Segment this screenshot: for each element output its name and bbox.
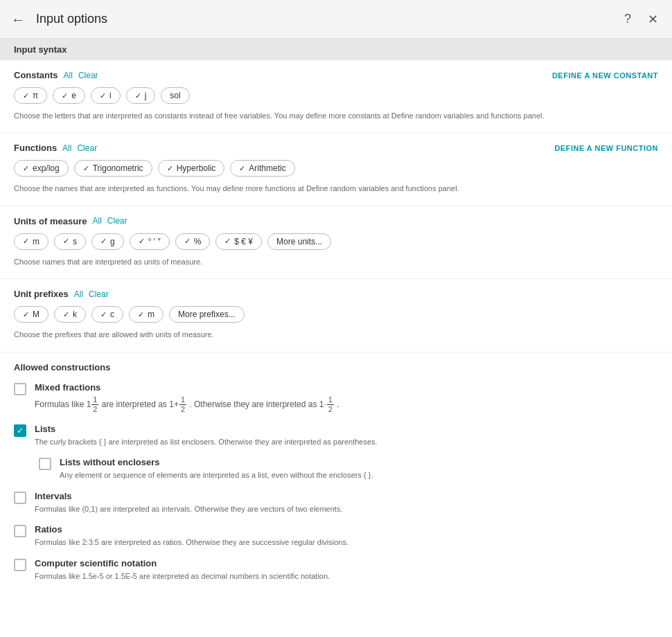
allowed-constructions-title: Allowed constructions (14, 362, 658, 373)
dialog: ← Input options ? ✕ Input syntax Constan… (0, 0, 672, 637)
scrollable-content[interactable]: Input syntax Constants All Clear DEFINE … (0, 39, 672, 637)
computer-scientific-notation-content: Computer scientific notation Formulas li… (35, 558, 330, 582)
chip-more-prefixes[interactable]: More prefixes... (169, 306, 245, 323)
functions-title: Functions (14, 143, 57, 153)
constants-description: Choose the letters that are interpreted … (14, 111, 658, 121)
units-chips: ✓m ✓s ✓g ✓° ′ ″ ✓% ✓$ € ¥ More units... (14, 233, 658, 250)
chip-milli[interactable]: ✓m (129, 306, 163, 323)
lists-content: Lists The curly brackets { } are interpr… (35, 424, 378, 447)
chip-mega[interactable]: ✓M (14, 306, 48, 323)
units-section: Units of measure All Clear ✓m ✓s ✓g ✓° ′… (0, 206, 672, 279)
chip-percent[interactable]: ✓% (175, 233, 211, 250)
units-description: Choose names that are interpreted as uni… (14, 257, 658, 267)
chip-hyperbolic[interactable]: ✓Hyperbolic (158, 160, 225, 177)
lists-label: Lists (35, 424, 378, 434)
computer-scientific-notation-row: Computer scientific notation Formulas li… (14, 558, 658, 582)
content-wrapper: Input syntax Constants All Clear DEFINE … (0, 39, 672, 637)
constants-section: Constants All Clear DEFINE A NEW CONSTAN… (0, 60, 672, 133)
ratios-content: Ratios Formulas like 2:3:5 are interpret… (35, 524, 348, 548)
mixed-fractions-row: Mixed fractions Formulas like 112 are in… (14, 382, 658, 414)
lists-without-enclosers-description: Any element or sequence of elements are … (60, 470, 373, 481)
functions-description: Choose the names that are interpreted as… (14, 183, 658, 194)
functions-title-row: Functions All Clear DEFINE A NEW FUNCTIO… (14, 143, 658, 153)
prefixes-section: Unit prefixes All Clear ✓M ✓k ✓c ✓m More… (0, 279, 672, 352)
define-function-button[interactable]: DEFINE A NEW FUNCTION (554, 144, 658, 152)
prefixes-title: Unit prefixes (14, 289, 69, 299)
chip-trigonometric[interactable]: ✓Trigonometric (74, 160, 152, 177)
close-button[interactable]: ✕ (645, 9, 661, 30)
constants-all-button[interactable]: All (64, 71, 73, 80)
back-button[interactable]: ← (11, 12, 25, 26)
help-button[interactable]: ? (621, 9, 634, 30)
constants-chips: ✓π ✓e ✓i ✓j sol (14, 87, 658, 104)
constants-clear-button[interactable]: Clear (78, 71, 98, 80)
functions-section: Functions All Clear DEFINE A NEW FUNCTIO… (0, 133, 672, 206)
chip-sol[interactable]: sol (161, 87, 189, 104)
lists-checkbox[interactable] (14, 424, 26, 437)
lists-without-enclosers-row: Lists without enclosers Any element or s… (39, 457, 658, 481)
chip-e[interactable]: ✓e (53, 87, 85, 104)
mixed-fractions-formula: Formulas like 112 are interpreted as 1+1… (35, 395, 339, 414)
header-icons: ? ✕ (621, 9, 661, 30)
mixed-fractions-checkbox[interactable] (14, 383, 26, 395)
intervals-description: Formulas like (0,1) are interpreted as i… (35, 504, 342, 514)
lists-without-enclosers-checkbox[interactable] (39, 458, 51, 470)
lists-without-enclosers-content: Lists without enclosers Any element or s… (60, 457, 373, 481)
intervals-label: Intervals (35, 491, 342, 501)
units-title: Units of measure (14, 216, 87, 226)
units-all-button[interactable]: All (92, 216, 101, 226)
ratios-row: Ratios Formulas like 2:3:5 are interpret… (14, 524, 658, 548)
lists-without-enclosers-label: Lists without enclosers (60, 457, 373, 467)
prefixes-description: Choose the prefixes that are allowed wit… (14, 330, 658, 340)
mixed-fractions-label: Mixed fractions (35, 382, 339, 393)
functions-chips: ✓exp/log ✓Trigonometric ✓Hyperbolic ✓Ari… (14, 160, 658, 177)
chip-g[interactable]: ✓g (91, 233, 124, 250)
chip-pi[interactable]: ✓π (14, 87, 47, 104)
functions-all-button[interactable]: All (62, 143, 71, 153)
mixed-fractions-content: Mixed fractions Formulas like 112 are in… (35, 382, 339, 414)
prefixes-all-button[interactable]: All (74, 289, 83, 299)
intervals-row: Intervals Formulas like (0,1) are interp… (14, 491, 658, 514)
chip-i[interactable]: ✓i (91, 87, 121, 104)
chip-centi[interactable]: ✓c (91, 306, 123, 323)
chip-j[interactable]: ✓j (126, 87, 156, 104)
ratios-checkbox[interactable] (14, 525, 26, 537)
dialog-body: Input syntax Constants All Clear DEFINE … (0, 39, 672, 637)
input-syntax-header: Input syntax (0, 39, 672, 60)
prefixes-chips: ✓M ✓k ✓c ✓m More prefixes... (14, 306, 658, 323)
intervals-content: Intervals Formulas like (0,1) are interp… (35, 491, 342, 514)
lists-description: The curly brackets { } are interpreted a… (35, 437, 378, 447)
intervals-checkbox[interactable] (14, 492, 26, 504)
dialog-title: Input options (36, 12, 621, 26)
chip-explog[interactable]: ✓exp/log (14, 160, 69, 177)
computer-scientific-notation-description: Formulas like 1.5e-5 or 1.5E-5 are inter… (35, 571, 330, 582)
prefixes-title-row: Unit prefixes All Clear (14, 289, 658, 299)
lists-row: Lists The curly brackets { } are interpr… (14, 424, 658, 447)
computer-scientific-notation-checkbox[interactable] (14, 559, 26, 571)
units-clear-button[interactable]: Clear (107, 216, 127, 226)
ratios-label: Ratios (35, 524, 348, 535)
chip-arithmetic[interactable]: ✓Arithmetic (230, 160, 294, 177)
chip-currency[interactable]: ✓$ € ¥ (215, 233, 262, 250)
chip-m[interactable]: ✓m (14, 233, 48, 250)
chip-kilo[interactable]: ✓k (54, 306, 86, 323)
computer-scientific-notation-label: Computer scientific notation (35, 558, 330, 568)
ratios-description: Formulas like 2:3:5 are interpreted as r… (35, 537, 348, 548)
define-constant-button[interactable]: DEFINE A NEW CONSTANT (552, 71, 658, 80)
constants-title: Constants (14, 70, 58, 80)
chip-s[interactable]: ✓s (54, 233, 86, 250)
functions-clear-button[interactable]: Clear (77, 143, 97, 153)
allowed-constructions-section: Allowed constructions Mixed fractions Fo… (0, 352, 672, 597)
constants-title-row: Constants All Clear DEFINE A NEW CONSTAN… (14, 70, 658, 80)
dialog-header: ← Input options ? ✕ (0, 0, 672, 39)
chip-degrees[interactable]: ✓° ′ ″ (130, 233, 170, 250)
chip-more-units[interactable]: More units... (267, 233, 331, 250)
prefixes-clear-button[interactable]: Clear (89, 289, 109, 299)
units-title-row: Units of measure All Clear (14, 216, 658, 226)
